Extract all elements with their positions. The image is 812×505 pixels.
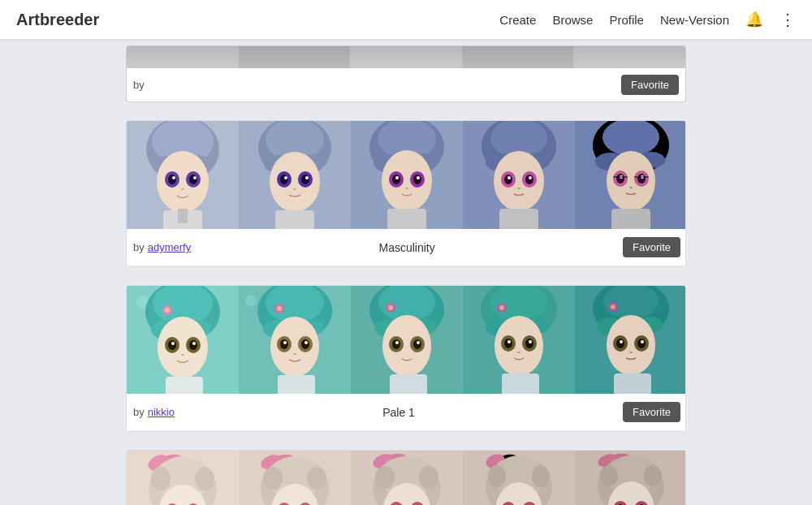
- svg-point-118: [392, 339, 400, 349]
- face-cell-3-2[interactable]: [239, 451, 351, 505]
- svg-rect-72: [611, 209, 650, 229]
- face-cell-2-3[interactable]: [351, 286, 463, 394]
- section-masculinity: by adymerfy Masculinity Favorite: [126, 120, 686, 267]
- svg-point-144: [611, 304, 615, 309]
- svg-point-9: [189, 175, 197, 184]
- svg-point-52: [525, 175, 533, 184]
- header: Artbreeder Create Browse Profile New-Ver…: [0, 0, 812, 39]
- svg-point-66: [637, 174, 646, 183]
- nav-browse[interactable]: Browse: [552, 13, 593, 27]
- svg-point-106: [293, 353, 296, 355]
- svg-point-12: [181, 188, 184, 190]
- divider-2: [126, 275, 686, 285]
- svg-point-138: [517, 352, 520, 353]
- svg-point-119: [413, 339, 421, 349]
- svg-point-5: [157, 151, 209, 213]
- svg-point-152: [620, 340, 623, 343]
- svg-point-163: [195, 467, 214, 491]
- face-cell-3-5[interactable]: [575, 451, 686, 505]
- svg-point-104: [283, 341, 287, 344]
- face-cell-3-3[interactable]: [351, 451, 463, 505]
- face-cell-2-5[interactable]: [575, 286, 686, 394]
- section-eat: by kanji_prizma Eat Favorite: [126, 450, 686, 505]
- favorite-button-2[interactable]: Favorite: [623, 402, 680, 422]
- author-link-2[interactable]: nikkio: [148, 406, 175, 418]
- strip-masculinity: by adymerfy Masculinity Favorite: [126, 120, 686, 267]
- author-link-1[interactable]: adymerfy: [148, 241, 191, 253]
- svg-point-102: [280, 339, 288, 349]
- svg-point-25: [284, 176, 287, 179]
- section-pale1: by nikkio Pale 1 Favorite: [126, 285, 686, 432]
- face-cell-1-2[interactable]: [239, 121, 351, 229]
- svg-point-85: [168, 340, 176, 350]
- svg-point-231: [644, 465, 662, 486]
- svg-rect-69: [613, 176, 628, 178]
- svg-point-135: [525, 339, 533, 348]
- svg-point-96: [277, 306, 282, 311]
- svg-rect-28: [275, 210, 314, 229]
- svg-point-82: [158, 317, 208, 378]
- svg-point-136: [508, 340, 511, 343]
- svg-point-86: [189, 340, 197, 350]
- svg-point-40: [417, 176, 420, 179]
- svg-point-105: [304, 341, 308, 344]
- title-2: Pale 1: [175, 406, 623, 419]
- face-cell-1-3[interactable]: [351, 121, 463, 229]
- svg-point-153: [641, 340, 644, 343]
- svg-point-53: [508, 176, 511, 179]
- svg-point-137: [529, 340, 532, 343]
- svg-point-122: [405, 352, 408, 354]
- face-cell-2-2[interactable]: [239, 286, 351, 394]
- svg-rect-56: [499, 209, 538, 229]
- svg-point-92: [245, 295, 257, 306]
- svg-point-179: [263, 467, 283, 490]
- nav-profile[interactable]: Profile: [609, 13, 644, 27]
- main-nav: Create Browse Profile New-Version 🔔 ⋮: [499, 10, 796, 29]
- svg-point-89: [181, 354, 184, 356]
- svg-point-11: [193, 176, 197, 179]
- face-cell-1-1[interactable]: [127, 121, 239, 229]
- face-cell-3-1[interactable]: [127, 451, 239, 505]
- center-column: by Favorite: [126, 45, 686, 505]
- svg-point-128: [499, 305, 504, 310]
- svg-rect-139: [502, 373, 539, 394]
- strip-pale1: by nikkio Pale 1 Favorite: [126, 285, 686, 432]
- image-strip-row3[interactable]: [127, 451, 686, 505]
- image-strip-row2[interactable]: [127, 286, 686, 394]
- divider-1: [126, 110, 686, 120]
- main-content: by Favorite: [0, 39, 812, 505]
- face-cell-2-1[interactable]: [127, 286, 239, 394]
- svg-point-112: [388, 305, 393, 310]
- svg-point-23: [280, 175, 288, 184]
- svg-rect-70: [634, 176, 649, 178]
- svg-point-27: [293, 188, 296, 190]
- more-options-icon[interactable]: ⋮: [780, 10, 796, 29]
- svg-point-150: [616, 339, 624, 348]
- favorite-button-1[interactable]: Favorite: [623, 237, 680, 257]
- svg-point-134: [504, 339, 512, 348]
- svg-rect-107: [278, 375, 315, 394]
- svg-point-230: [600, 465, 618, 486]
- svg-rect-14: [178, 209, 188, 223]
- svg-point-214: [532, 465, 550, 488]
- image-strip-row1[interactable]: [127, 121, 686, 229]
- face-cell-2-4[interactable]: [463, 286, 575, 394]
- svg-point-120: [395, 341, 399, 344]
- svg-point-87: [171, 342, 175, 345]
- svg-point-24: [301, 175, 309, 184]
- svg-rect-155: [614, 373, 651, 394]
- divider-3: [126, 440, 686, 450]
- partial-top-section: by Favorite: [126, 45, 686, 102]
- svg-point-71: [629, 187, 633, 188]
- logo: Artbreeder: [16, 11, 99, 29]
- face-cell-3-4[interactable]: [463, 451, 575, 505]
- nav-new-version[interactable]: New-Version: [660, 13, 729, 27]
- strip-eat: by kanji_prizma Eat Favorite: [126, 450, 686, 505]
- face-cell-1-4[interactable]: [463, 121, 575, 229]
- partial-by-label: by: [133, 79, 145, 91]
- nav-create[interactable]: Create: [499, 13, 536, 27]
- face-cell-1-5[interactable]: [575, 121, 686, 229]
- svg-point-154: [629, 352, 633, 353]
- notification-bell-icon[interactable]: 🔔: [745, 11, 763, 28]
- partial-favorite-button[interactable]: Favorite: [621, 75, 679, 95]
